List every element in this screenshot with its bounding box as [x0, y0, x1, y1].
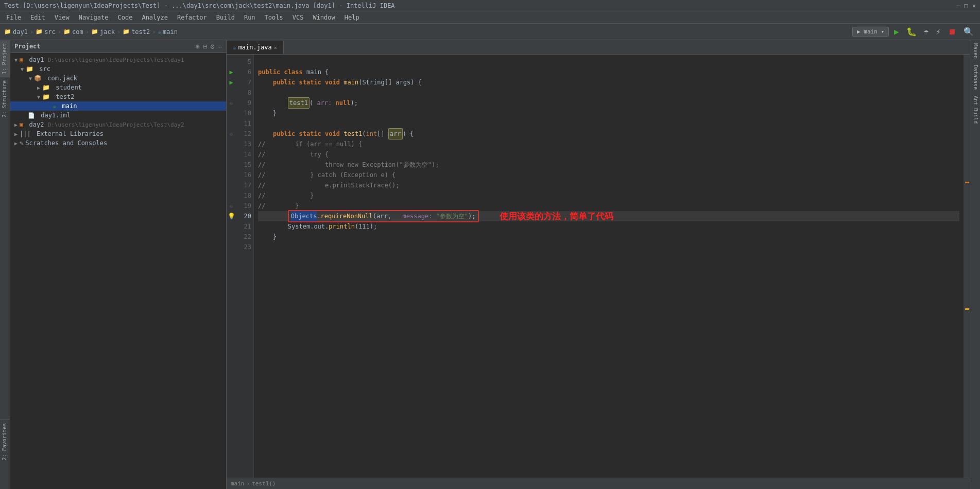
debug-button[interactable]: 🐛	[904, 26, 919, 38]
gutter-9[interactable]: ⊖	[227, 98, 236, 108]
project-side-tab[interactable]: 1: Project	[0, 40, 10, 77]
window-controls: — □ ✕	[956, 2, 976, 9]
breadcrumb-src[interactable]: 📁 src	[36, 28, 56, 36]
run-config-icon: ▶	[857, 28, 861, 35]
jack-folder-icon: 📁	[91, 28, 98, 35]
gutter-12[interactable]: ⊖	[227, 129, 236, 139]
database-side-tab[interactable]: Database	[970, 62, 980, 93]
tree-item-day1iml[interactable]: 📄 day1.iml	[10, 111, 226, 120]
code-line-8	[258, 88, 959, 98]
antbuild-side-tab[interactable]: Ant Build	[970, 93, 980, 127]
tree-item-student[interactable]: 📁 student	[10, 83, 226, 92]
gutter-19[interactable]: ⊖	[227, 201, 236, 211]
gutter-20: 💡	[227, 211, 236, 221]
fold-12[interactable]: ⊖	[230, 131, 233, 137]
code-line-12: public static void test1(int[] arr) {	[258, 129, 959, 139]
code-line-17: // e.printStackTrace();	[258, 180, 959, 190]
structure-side-tab[interactable]: 2: Structure	[0, 77, 10, 120]
arr-param: arr	[388, 128, 403, 139]
src-folder-icon: 📁	[36, 28, 43, 35]
close-panel-icon[interactable]: —	[218, 42, 222, 50]
bulb-icon-20[interactable]: 💡	[228, 213, 235, 220]
code-line-13: // if (arr == null) {	[258, 139, 959, 149]
close-button[interactable]: ✕	[972, 2, 976, 9]
menu-analyze[interactable]: Analyze	[137, 13, 172, 22]
collapse-all-icon[interactable]: ⊟	[203, 42, 207, 50]
menu-help[interactable]: Help	[340, 13, 364, 22]
project-tree: ▣ day1 D:\users\ligenyun\IdeaProjects\Te…	[10, 53, 226, 489]
menu-build[interactable]: Build	[212, 13, 239, 22]
code-line-22: }	[258, 232, 959, 242]
breadcrumb-main-class: main	[231, 480, 245, 487]
stop-button[interactable]: ⏹	[946, 26, 958, 38]
maven-side-tab[interactable]: Maven	[970, 40, 980, 62]
code-line-18: // }	[258, 190, 959, 201]
run-arrow-6[interactable]: ▶	[229, 68, 233, 76]
menu-navigate[interactable]: Navigate	[75, 13, 113, 22]
breadcrumb-test2[interactable]: 📁 test2	[123, 28, 150, 36]
menu-view[interactable]: View	[50, 13, 74, 22]
code-content[interactable]: public class main { public static void m…	[254, 55, 964, 478]
project-panel: Project ⊕ ⊟ ⚙ — ▣ day1 D:\users\ligenyun…	[10, 40, 227, 489]
menu-code[interactable]: Code	[114, 13, 137, 22]
menu-run[interactable]: Run	[240, 13, 260, 22]
gutter-7[interactable]: ▶	[227, 77, 236, 88]
favorites-side-tab[interactable]: 2: Favorites	[0, 420, 10, 463]
project-panel-actions: ⊕ ⊟ ⚙ —	[195, 42, 222, 50]
code-line-14: // try {	[258, 149, 959, 160]
src-folder-icon: 📁	[26, 65, 33, 73]
code-line-20: Objects.requireNonNull(arr, message: "参数…	[258, 211, 959, 221]
module-icon: 📁	[4, 28, 11, 35]
breadcrumb-jack[interactable]: 📁 jack	[91, 28, 115, 36]
editor-tabs: ☕ main.java ✕	[227, 40, 970, 55]
tree-item-src[interactable]: 📁 src	[10, 64, 226, 74]
gutter-13	[227, 139, 236, 149]
menu-vcs[interactable]: VCS	[288, 13, 308, 22]
fold-9[interactable]: ⊖	[230, 100, 233, 106]
breadcrumb-main[interactable]: ☕ main	[158, 28, 178, 36]
tree-item-extlibs[interactable]: ||| External Libraries	[10, 129, 226, 138]
run-button[interactable]: ▶	[892, 26, 901, 38]
toolbar: 📁 day1 › 📁 src › 📁 com › 📁 jack › 📁 test…	[0, 24, 980, 40]
extlibs-icon: |||	[20, 130, 31, 137]
tree-item-day1[interactable]: ▣ day1 D:\users\ligenyun\IdeaProjects\Te…	[10, 55, 226, 64]
code-line-16: // } catch (Exception e) {	[258, 170, 959, 180]
breadcrumb-day1[interactable]: 📁 day1	[4, 28, 28, 36]
right-side-tabs: Maven Database Ant Build	[970, 40, 980, 489]
gutter-14	[227, 149, 236, 160]
menu-window[interactable]: Window	[308, 13, 339, 22]
favorites-label[interactable]: 2: Favorites	[0, 420, 9, 463]
menu-refactor[interactable]: Refactor	[173, 13, 211, 22]
menu-tools[interactable]: Tools	[261, 13, 287, 22]
fold-19[interactable]: ⊖	[230, 203, 233, 209]
settings-icon[interactable]: ⚙	[210, 42, 214, 50]
coverage-button[interactable]: ☂	[922, 26, 931, 38]
objects-requirenonnull-box: Objects.requireNonNull(arr, message: "参数…	[288, 210, 479, 222]
run-config-selector[interactable]: ▶ main ▾	[852, 27, 889, 37]
tree-item-day2[interactable]: ▣ day2 D:\users\ligenyun\IdeaProjects\Te…	[10, 120, 226, 129]
tree-item-main[interactable]: ☕ main	[10, 101, 226, 111]
tree-item-comjack[interactable]: 📦 com.jack	[10, 74, 226, 83]
scroll-marker-1	[965, 182, 969, 183]
gutter-21	[227, 221, 236, 232]
tab-close-button[interactable]: ✕	[274, 45, 277, 50]
code-line-19: // }	[258, 201, 959, 211]
gutter-23	[227, 242, 236, 252]
code-editor[interactable]: ▶ ▶ ⊖ ⊖ ⊖ 💡 5 6	[227, 55, 970, 478]
tree-item-test2[interactable]: 📁 test2	[10, 92, 226, 101]
search-everywhere-button[interactable]: 🔍	[961, 26, 976, 38]
menu-edit[interactable]: Edit	[26, 13, 49, 22]
menu-file[interactable]: File	[2, 13, 25, 22]
triangle-src	[21, 66, 24, 72]
triangle-comjack	[29, 76, 32, 81]
add-icon[interactable]: ⊕	[195, 42, 199, 50]
tree-item-scratches[interactable]: ✎ Scratches and Consoles	[10, 138, 226, 148]
profile-button[interactable]: ⚡	[934, 26, 943, 38]
scratches-icon: ✎	[20, 139, 23, 147]
run-arrow-7[interactable]: ▶	[229, 79, 233, 86]
maximize-button[interactable]: □	[965, 2, 968, 9]
breadcrumb-com[interactable]: 📁 com	[63, 28, 83, 36]
minimize-button[interactable]: —	[956, 2, 960, 9]
gutter-6[interactable]: ▶	[227, 67, 236, 77]
editor-tab-main[interactable]: ☕ main.java ✕	[227, 41, 284, 54]
